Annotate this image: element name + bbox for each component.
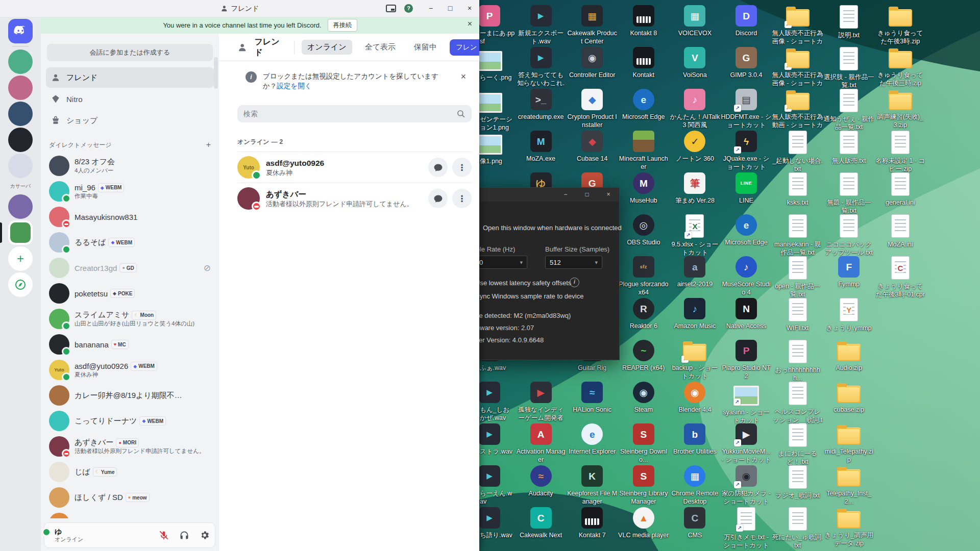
desktop-icon[interactable]: GGIMP 3.0.4	[721, 47, 772, 79]
server-icon[interactable]	[8, 154, 33, 178]
desktop-icon[interactable]: manisekarin - 親作品一覧.txt	[772, 214, 823, 257]
desktop-icon[interactable]: ~REAPER (x64)	[618, 340, 669, 372]
desktop-icon[interactable]: ◉Steam	[618, 382, 669, 414]
desktop-icon[interactable]: 選択肢 - 親作品一覧.txt	[823, 47, 874, 89]
desktop-icon[interactable]: Yきょうり.ymmp	[823, 298, 874, 332]
desktop-icon[interactable]: sfzPlogue sforzando x64	[618, 256, 669, 296]
dm-item[interactable]: あずきバー●MORI活動者様以外原則フレンド申請許可してません。	[45, 434, 215, 459]
desktop-icon[interactable]: おっhhhhhhhhhh...	[772, 340, 823, 382]
discord-titlebar[interactable]: フレンド ? − □ ×	[0, 0, 479, 17]
desktop-icon[interactable]: >_createdump.exe	[516, 89, 567, 121]
dm-item[interactable]: poketetsu◆POKE	[45, 281, 215, 306]
desktop-icon[interactable]: ↗backup - ショートカット	[669, 340, 720, 380]
desktop-icon[interactable]: _起動しない場合.txt	[772, 131, 823, 173]
desktop-icon[interactable]: ◉↗家の防犯カメラ - ショートカット	[721, 465, 772, 506]
dialog-maximize-button[interactable]: □	[576, 188, 598, 202]
desktop-icon[interactable]: ▤↗HDDFMT.exe - ショートカット	[721, 89, 772, 129]
desktop-icon[interactable]: ♪MuseScore Studio 4	[721, 256, 772, 296]
tab-online[interactable]: オンライン	[302, 40, 352, 55]
desktop-icon[interactable]: きょうり_調声用データ.zip	[823, 507, 874, 547]
desktop-icon[interactable]: ラジオ_歌詞.txt	[772, 465, 823, 499]
desktop-icon[interactable]: まにわにーるど！.txt	[772, 423, 823, 466]
desktop-icon[interactable]: ▲VLC media player	[618, 507, 669, 539]
desktop-icon[interactable]: general.ini	[875, 172, 926, 207]
desktop-icon[interactable]: SSteinberg Library Manager	[618, 465, 669, 506]
desktop-icon[interactable]: ♪Amazon Music	[669, 298, 720, 330]
desktop-icon[interactable]: ◉Blender 4.4	[669, 382, 720, 414]
friend-row[interactable]: Yutoasdf@yuto0926夏休み神⋮	[237, 152, 472, 183]
dm-item[interactable]: 8/23 オフ会4人のメンバー	[45, 153, 215, 179]
add-friend-button[interactable]: フレンドに追加	[450, 39, 479, 56]
desktop-icon[interactable]: DDiscord	[721, 5, 772, 37]
help-icon[interactable]: ?	[404, 4, 413, 13]
dm-item[interactable]: Masayukisnow831	[45, 204, 215, 230]
dm-item[interactable]: こってりドーナツ◆WEBM	[45, 408, 215, 434]
search-input[interactable]	[237, 105, 472, 122]
desktop-icon[interactable]: ◉Controller Editor	[567, 47, 618, 79]
desktop-icon[interactable]: ✓ノートン 360	[669, 131, 720, 163]
desktop-icon[interactable]: X↗9.5.xlsx - ショートカット	[669, 214, 720, 257]
notice-close-icon[interactable]: ×	[460, 71, 466, 82]
desktop-icon[interactable]: ▦VOICEVOX	[669, 5, 720, 37]
desktop-icon[interactable]: 無人販売.txt	[823, 131, 874, 165]
desktop-icon[interactable]: Telepathy_Inst_2...	[823, 465, 874, 506]
desktop-icon[interactable]: ↗万引きメモ.txt - ショートカット	[721, 507, 772, 549]
banner-close-icon[interactable]: ×	[468, 19, 472, 29]
desktop-icon[interactable]: ニコニコバックアップツール.txt	[823, 214, 874, 257]
tab-pending[interactable]: 保留中	[408, 40, 443, 55]
desktop-icon[interactable]: MMuseHub	[618, 172, 669, 205]
desktop-icon[interactable]: CCakewalk Next	[516, 507, 567, 539]
desktop-icon[interactable]: Cきょうり食ってた午後3時-01.cpr	[875, 256, 926, 298]
desktop-icon[interactable]: Audio.zip	[823, 340, 874, 372]
desktop-icon[interactable]: KKeepforest File Manager	[567, 465, 618, 506]
dm-item[interactable]: じば☾Yume	[45, 459, 215, 485]
desktop-icon[interactable]: ◆Crypton Product Installer	[567, 89, 618, 129]
desktop-icon[interactable]: eInternet Explorer	[567, 423, 618, 456]
dm-item[interactable]: ほしくず / SD●meow	[45, 485, 215, 510]
discover-button[interactable]	[8, 272, 33, 297]
desktop-icon[interactable]: 筆筆まめ Ver.28	[669, 172, 720, 205]
server-icon[interactable]	[8, 102, 33, 126]
desktop-icon[interactable]: ◎OBS Studio	[618, 214, 669, 246]
desktop-icon[interactable]: ◆Cubase 14	[567, 131, 618, 163]
desktop-icon[interactable]: open - 親作品一覧.txt	[772, 256, 823, 298]
sidebar-item-friends[interactable]: フレンド	[46, 67, 214, 88]
desktop-icon[interactable]: MMoZA.exe	[516, 131, 567, 163]
desktop-icon[interactable]: RReaktor 6	[618, 298, 669, 330]
desktop-icon[interactable]: CCMS	[669, 507, 720, 539]
desktop-icon[interactable]: ↗無人販売不正行為動画 - ショートカット	[772, 89, 823, 130]
desktop-icon[interactable]: AActivation Manager	[516, 423, 567, 464]
desktop-icon[interactable]: aairset2-2019	[669, 256, 720, 288]
server-icon[interactable]	[8, 194, 33, 219]
dm-item[interactable]: スライムアミサ☾Moon山田と山田が好き(山田リョウと笑う4体の山)	[45, 306, 215, 332]
desktop-icon[interactable]: ϟ↗JQuake.exe - ショートカット	[721, 131, 772, 171]
sidebar-item-nitro[interactable]: Nitro	[46, 89, 214, 109]
desktop-icon[interactable]: 通知うぜぇ - 親作品一覧.txt	[823, 89, 874, 131]
desktop-icon[interactable]: きゅうり食ってた午後3時.zip	[875, 5, 926, 45]
desktop-icon[interactable]: midi_Telepathy.zip	[823, 423, 874, 464]
info-icon[interactable]: i	[570, 278, 579, 287]
desktop-icon[interactable]: MoZA.ini	[875, 214, 926, 248]
headphones-icon[interactable]	[179, 530, 189, 540]
desktop-icon[interactable]: Kontakt 7	[567, 507, 618, 539]
server-icon[interactable]	[8, 128, 33, 152]
gear-icon[interactable]	[200, 530, 210, 540]
desktop-icon[interactable]: PPiapro Studio NT2	[721, 340, 772, 380]
desktop-icon[interactable]: ヘルスコンプレッション__歌詞.txt	[772, 382, 823, 424]
desktop-icon[interactable]: Minecraft Launcher	[618, 131, 669, 171]
server-icon[interactable]	[8, 220, 33, 245]
desktop-icon[interactable]: ▶孤独なインディーゲーム開発者の一生...	[516, 382, 567, 422]
sync-windows-label[interactable]: Sync Windows sample rate to device	[475, 292, 583, 300]
desktop-icon[interactable]: bBrother Utilities	[669, 423, 720, 456]
desktop-icon[interactable]: ↗syasinn - ショートカット	[721, 382, 772, 424]
create-dm-button[interactable]: +	[206, 140, 211, 149]
desktop-icon[interactable]: FFymmp	[823, 256, 874, 288]
add-server-button[interactable]: +	[8, 246, 33, 271]
close-button[interactable]: ×	[460, 0, 479, 17]
open-settings-link[interactable]: 設定を開く	[277, 82, 311, 90]
lowest-latency-label[interactable]: Use lowest latency safety offsets	[475, 279, 571, 287]
desktop-icon[interactable]: ≈HALion Sonic	[567, 382, 618, 414]
desktop-icon[interactable]: 無題 - 親作品一覧.txt	[823, 172, 874, 215]
desktop-icon[interactable]: ≈Audacity	[516, 465, 567, 497]
server-icon[interactable]	[8, 49, 33, 74]
